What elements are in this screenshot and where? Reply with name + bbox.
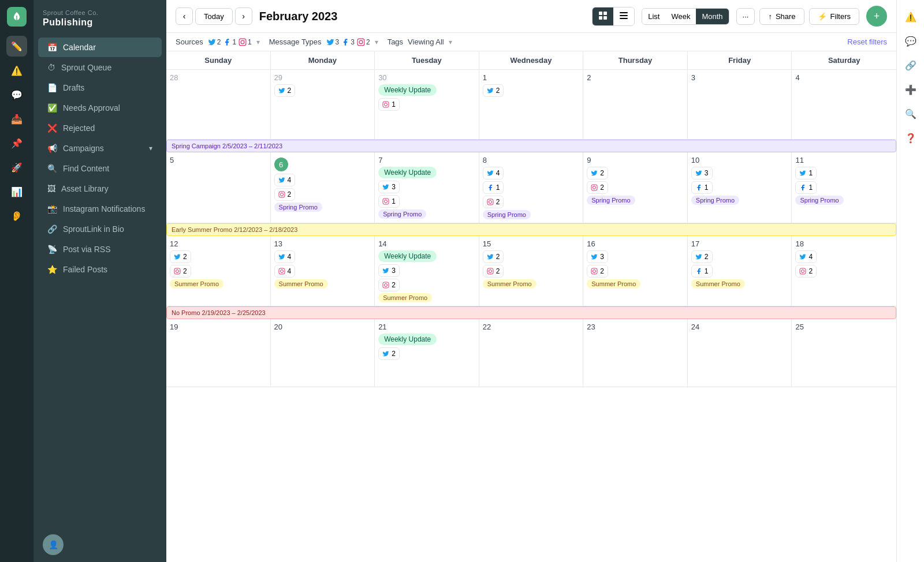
rail-chat-icon[interactable]: 💬	[901, 31, 921, 51]
day-feb6[interactable]: 6 4 2 Spring Promo	[271, 140, 375, 223]
next-button[interactable]: ›	[235, 8, 252, 25]
rail-message-icon[interactable]: 💬	[6, 84, 27, 105]
app-logo[interactable]	[7, 7, 27, 27]
day-feb14[interactable]: 14 Weekly Update 3 2 Summer Promo	[375, 223, 479, 306]
post-badge-instagram[interactable]: 1	[378, 195, 400, 208]
post-badge-twitter[interactable]: 4	[483, 167, 504, 179]
month-view-tab[interactable]: Month	[696, 9, 728, 24]
list-view-tab[interactable]: List	[642, 9, 665, 24]
day-feb23[interactable]: 23	[583, 306, 688, 387]
post-badge-instagram[interactable]: 4	[274, 265, 296, 278]
sidebar-item-rejected[interactable]: ❌ Rejected	[38, 118, 162, 138]
more-button[interactable]: ···	[736, 8, 755, 25]
post-badge-twitter[interactable]: 2	[483, 250, 504, 263]
post-badge-twitter[interactable]: 1	[795, 167, 817, 179]
rail-inbox-icon[interactable]: 📥	[6, 108, 27, 129]
day-feb16[interactable]: 16 3 2 Summer Promo	[583, 223, 688, 306]
share-button[interactable]: ↑ Share	[759, 8, 804, 25]
post-badge-twitter[interactable]: 2	[691, 250, 713, 263]
week-view-tab[interactable]: Week	[665, 9, 696, 24]
message-types-filter[interactable]: Message Types 3 3 2 ▾	[269, 38, 378, 46]
rail-listening-icon[interactable]: 👂	[6, 205, 27, 226]
sidebar-item-find-content[interactable]: 🔍 Find Content	[38, 159, 162, 178]
post-badge-twitter[interactable]: 2	[170, 250, 191, 263]
sidebar-item-post-via-rss[interactable]: 📡 Post via RSS	[38, 239, 162, 259]
post-badge-facebook[interactable]: 1	[483, 181, 504, 194]
list-view-button[interactable]	[613, 8, 634, 25]
weekly-update-tag[interactable]: Weekly Update	[378, 84, 437, 96]
post-badge-instagram[interactable]: 2	[170, 265, 191, 278]
rail-search-icon[interactable]: 🔍	[901, 104, 921, 123]
post-badge-facebook[interactable]: 1	[691, 181, 713, 194]
day-feb18[interactable]: 18 4 2	[792, 223, 896, 306]
sidebar-item-instagram-notifications[interactable]: 📸 Instagram Notifications	[38, 199, 162, 219]
rail-alert-icon[interactable]: ⚠️	[6, 60, 27, 81]
day-feb10[interactable]: 10 3 1 Spring Promo	[688, 140, 792, 223]
post-badge-twitter[interactable]: 4	[795, 250, 817, 263]
post-badge-instagram[interactable]: 2	[274, 188, 296, 201]
post-badge-instagram[interactable]: 2	[378, 279, 400, 291]
day-feb2[interactable]: 2	[583, 70, 688, 139]
post-badge-twitter[interactable]: 3	[378, 181, 400, 193]
day-feb5[interactable]: 5	[166, 140, 271, 223]
sidebar-item-drafts[interactable]: 📄 Drafts	[38, 78, 162, 98]
day-feb9[interactable]: 9 2 2 Spring Promo	[583, 140, 688, 223]
rail-analytics-icon[interactable]: 📊	[6, 181, 27, 202]
grid-view-button[interactable]	[593, 8, 613, 25]
day-feb25[interactable]: 25	[792, 306, 896, 387]
sidebar-item-needs-approval[interactable]: ✅ Needs Approval	[38, 98, 162, 118]
today-button[interactable]: Today	[195, 8, 233, 25]
sources-filter[interactable]: Sources 2 1 1 ▾	[176, 38, 260, 46]
post-badge-facebook[interactable]: 1	[795, 181, 817, 194]
create-post-button[interactable]: +	[866, 6, 887, 27]
sidebar-item-campaigns[interactable]: 📢 Campaigns ▾	[38, 138, 162, 158]
day-jan29[interactable]: 29 2	[271, 70, 375, 139]
post-badge-twitter[interactable]: 3	[378, 264, 400, 277]
post-badge-facebook[interactable]: 1	[691, 265, 713, 278]
sidebar-item-asset-library[interactable]: 🖼 Asset Library	[38, 179, 162, 198]
rail-pin-icon[interactable]: 📌	[6, 133, 27, 153]
sidebar-item-sprout-queue[interactable]: ⏱ Sprout Queue	[38, 58, 162, 77]
post-badge-twitter[interactable]: 4	[274, 250, 296, 263]
day-feb8[interactable]: 8 4 1 2 Spring Promo	[479, 140, 584, 223]
post-badge-instagram[interactable]: 1	[378, 98, 400, 111]
post-badge-twitter[interactable]: 2	[483, 84, 504, 97]
sidebar-item-failed-posts[interactable]: ⭐ Failed Posts	[38, 260, 162, 279]
sidebar-item-calendar[interactable]: 📅 Calendar	[38, 38, 162, 57]
post-badge-instagram[interactable]: 2	[483, 265, 504, 278]
day-feb12[interactable]: 12 2 2 Summer Promo	[166, 223, 271, 306]
day-jan30[interactable]: 30 Weekly Update 1	[375, 70, 479, 139]
day-feb4[interactable]: 4	[792, 70, 896, 139]
post-badge-twitter[interactable]: 2	[378, 347, 400, 360]
prev-button[interactable]: ‹	[176, 8, 193, 25]
post-badge-instagram[interactable]: 2	[483, 196, 504, 208]
post-badge-twitter[interactable]: 2	[587, 167, 608, 179]
rail-warning-icon[interactable]: ⚠️	[901, 7, 921, 27]
user-avatar[interactable]: 👤	[43, 534, 64, 555]
filters-button[interactable]: ⚡ Filters	[809, 8, 859, 25]
day-feb3[interactable]: 3	[688, 70, 792, 139]
post-badge-twitter[interactable]: 3	[691, 167, 713, 179]
day-feb17[interactable]: 17 2 1 Summer Promo	[688, 223, 792, 306]
post-badge-instagram[interactable]: 2	[587, 181, 608, 194]
weekly-update-tag[interactable]: Weekly Update	[378, 334, 437, 345]
post-badge-twitter[interactable]: 3	[587, 250, 608, 263]
rail-link2-icon[interactable]: 🔗	[901, 55, 921, 75]
day-feb13[interactable]: 13 4 4 Summer Promo	[271, 223, 375, 306]
day-feb22[interactable]: 22	[479, 306, 584, 387]
day-jan28[interactable]: 28	[166, 70, 271, 139]
day-feb15[interactable]: 15 2 2 Summer Promo	[479, 223, 584, 306]
post-badge-twitter[interactable]: 4	[274, 174, 296, 186]
post-badge-twitter[interactable]: 2	[274, 84, 296, 97]
day-feb24[interactable]: 24	[688, 306, 792, 387]
reset-filters-link[interactable]: Reset filters	[847, 38, 887, 46]
tags-filter[interactable]: Tags Viewing All ▾	[388, 38, 452, 46]
day-feb20[interactable]: 20	[271, 306, 375, 387]
day-feb11[interactable]: 11 1 1 Spring Promo	[792, 140, 896, 223]
rail-add-icon[interactable]: ➕	[901, 80, 921, 99]
post-badge-instagram[interactable]: 2	[795, 265, 817, 278]
rail-help-icon[interactable]: ❓	[901, 128, 921, 148]
weekly-update-tag[interactable]: Weekly Update	[378, 167, 437, 178]
weekly-update-tag[interactable]: Weekly Update	[378, 250, 437, 262]
day-feb7[interactable]: 7 Weekly Update 3 1 Spring Promo	[375, 140, 479, 223]
